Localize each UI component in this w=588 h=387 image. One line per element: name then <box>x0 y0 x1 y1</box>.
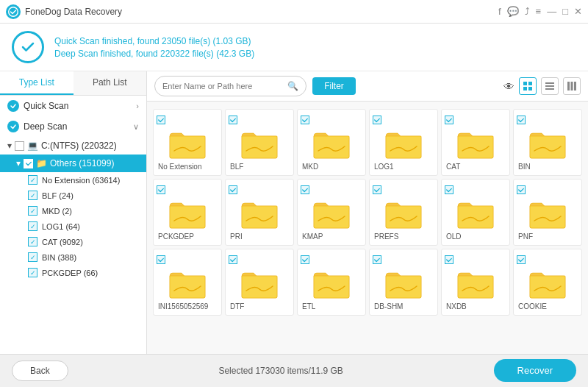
search-box[interactable]: 🔍 <box>154 76 306 96</box>
folder-icon <box>240 129 279 160</box>
file-checkbox[interactable] <box>373 116 381 124</box>
column-view-icon[interactable] <box>563 77 581 95</box>
file-item[interactable]: LOG1 <box>369 109 438 176</box>
sub-label-no-ext: No Extension (63614) <box>42 176 120 185</box>
grid-view-icon[interactable] <box>519 77 537 95</box>
file-label: NXDB <box>445 302 506 310</box>
deep-scan-chevron: ∨ <box>133 122 139 132</box>
list-view-icon[interactable] <box>541 77 559 95</box>
sub-item-blf[interactable]: ✓ BLF (24) <box>0 188 146 203</box>
file-item[interactable]: PNF <box>513 179 582 246</box>
file-item[interactable]: DB-SHM <box>369 249 438 316</box>
sub-cb-cat[interactable]: ✓ <box>28 237 37 246</box>
sub-cb-mkd[interactable]: ✓ <box>28 206 37 216</box>
file-checkbox[interactable] <box>517 185 526 194</box>
file-checkbox[interactable] <box>229 255 237 264</box>
maximize-icon[interactable]: □ <box>562 6 568 17</box>
file-checkbox[interactable] <box>373 255 381 264</box>
quick-scan-chevron: › <box>136 102 139 110</box>
file-item-top <box>373 255 434 264</box>
file-item[interactable]: KMAP <box>297 179 366 246</box>
svg-rect-6 <box>545 85 554 87</box>
preview-icon[interactable]: 👁 <box>503 80 514 93</box>
file-checkbox[interactable] <box>301 185 309 194</box>
folder-icon <box>240 199 279 230</box>
sub-cb-bin[interactable]: ✓ <box>28 252 37 262</box>
sidebar-item-deep-scan[interactable]: Deep Scan ∨ <box>0 116 146 137</box>
sub-cb-no-ext[interactable]: ✓ <box>28 175 37 185</box>
minimize-icon[interactable]: — <box>547 6 556 17</box>
file-item-top <box>301 255 362 264</box>
sub-item-bin[interactable]: ✓ BIN (388) <box>0 249 146 265</box>
file-label: PNF <box>517 232 578 241</box>
file-checkbox[interactable] <box>157 185 165 194</box>
sub-item-cat[interactable]: ✓ CAT (9092) <box>0 234 146 249</box>
file-item[interactable]: OLD <box>441 179 510 246</box>
sub-item-log1[interactable]: ✓ LOG1 (64) <box>0 219 146 234</box>
file-checkbox[interactable] <box>229 185 237 194</box>
file-item[interactable]: BIN <box>513 109 582 176</box>
sub-item-no-ext[interactable]: ✓ No Extension (63614) <box>0 172 146 188</box>
file-item[interactable]: BLF <box>225 109 294 176</box>
svg-rect-4 <box>528 87 532 90</box>
recover-button[interactable]: Recover <box>494 359 576 382</box>
sub-item-pckgdep[interactable]: ✓ PCKGDEP (66) <box>0 265 146 280</box>
folder-checkbox[interactable] <box>24 159 33 168</box>
content-toolbar: 🔍 Filter 👁 <box>147 71 588 102</box>
chat-icon[interactable]: 💬 <box>507 6 519 17</box>
folder-others-row[interactable]: ▾ 📁 Others (151099) <box>0 155 146 172</box>
file-item[interactable]: PRI <box>225 179 294 246</box>
file-checkbox[interactable] <box>445 255 453 264</box>
share-icon[interactable]: ⤴ <box>525 6 530 17</box>
file-item-top <box>517 255 578 264</box>
sub-cb-pckgdep[interactable]: ✓ <box>28 268 37 277</box>
file-item-top <box>373 116 434 124</box>
file-item[interactable]: INI1565052569 <box>153 249 222 316</box>
facebook-icon[interactable]: f <box>498 6 501 17</box>
file-label: COOKIE <box>517 302 578 310</box>
file-item[interactable]: PREFS <box>369 179 438 246</box>
file-checkbox[interactable] <box>445 116 453 124</box>
file-checkbox[interactable] <box>373 185 381 194</box>
file-item[interactable]: PCKGDEP <box>153 179 222 246</box>
file-checkbox[interactable] <box>229 116 237 124</box>
file-item-top <box>229 185 290 194</box>
folder-icon <box>168 129 207 160</box>
file-item-top <box>517 185 578 194</box>
file-checkbox[interactable] <box>301 116 309 124</box>
file-item[interactable]: CAT <box>441 109 510 176</box>
back-button[interactable]: Back <box>12 361 68 381</box>
file-checkbox[interactable] <box>301 255 309 264</box>
file-item[interactable]: NXDB <box>441 249 510 316</box>
file-item[interactable]: ETL <box>297 249 366 316</box>
sub-item-mkd[interactable]: ✓ MKD (2) <box>0 203 146 219</box>
file-checkbox[interactable] <box>157 255 165 264</box>
folder-icon <box>312 199 351 230</box>
file-item[interactable]: DTF <box>225 249 294 316</box>
file-item[interactable]: COOKIE <box>513 249 582 316</box>
tab-type-list[interactable]: Type List <box>0 71 74 95</box>
file-item-top <box>229 255 290 264</box>
file-checkbox[interactable] <box>157 116 165 124</box>
svg-rect-10 <box>574 82 576 90</box>
filter-button[interactable]: Filter <box>312 77 356 95</box>
sub-cb-blf[interactable]: ✓ <box>28 191 37 200</box>
sidebar-item-quick-scan[interactable]: Quick Scan › <box>0 96 146 116</box>
menu-icon[interactable]: ≡ <box>536 6 542 17</box>
file-checkbox[interactable] <box>445 185 453 194</box>
quick-scan-label: Quick Scan <box>24 101 136 111</box>
tab-path-list[interactable]: Path List <box>74 71 147 95</box>
drive-row[interactable]: ▾ 💻 C:(NTFS) (220322) <box>0 137 146 155</box>
file-item[interactable]: MKD <box>297 109 366 176</box>
file-checkbox[interactable] <box>517 116 526 124</box>
sidebar-tabs: Type List Path List <box>0 71 146 96</box>
file-item[interactable]: No Extension <box>153 109 222 176</box>
search-input[interactable] <box>162 82 284 90</box>
close-icon[interactable]: ✕ <box>574 6 582 17</box>
folder-icon <box>168 269 207 299</box>
file-checkbox[interactable] <box>517 255 526 264</box>
file-label: PCKGDEP <box>157 232 218 241</box>
sub-cb-log1[interactable]: ✓ <box>28 221 37 231</box>
drive-checkbox[interactable] <box>15 141 24 151</box>
file-grid: No Extension BLF <box>147 102 588 354</box>
